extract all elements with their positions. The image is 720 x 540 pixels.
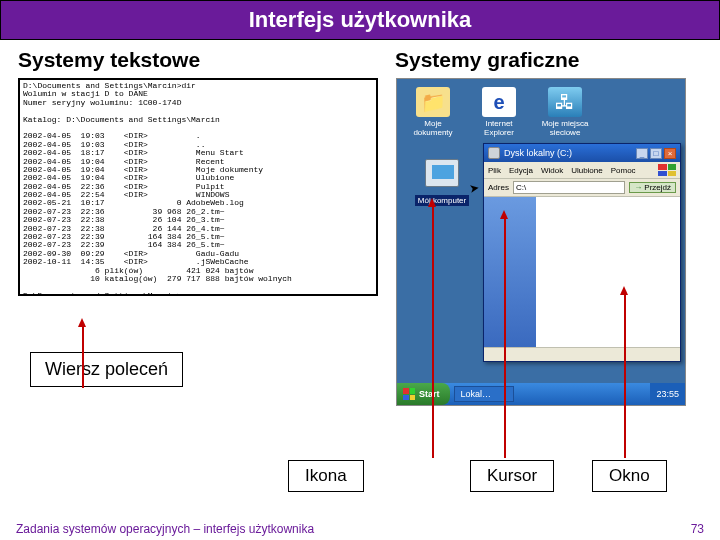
start-button[interactable]: Start <box>397 383 450 405</box>
column-heading-text: Systemy tekstowe <box>18 48 325 72</box>
desktop-icon-network[interactable]: 🖧 Moje miejsca sieciowe <box>537 87 593 137</box>
menu-item[interactable]: Widok <box>541 166 563 175</box>
slide-title: Interfejs użytkownika <box>0 0 720 40</box>
folder-icon: 📁 <box>416 87 450 117</box>
windows-flag-icon <box>658 164 676 176</box>
windows-flag-icon <box>403 388 415 400</box>
address-input[interactable] <box>513 181 625 194</box>
desktop-icon-documents[interactable]: 📁 Moje dokumenty <box>405 87 461 137</box>
minimize-button[interactable]: _ <box>636 148 648 159</box>
arrowhead-icon <box>428 198 436 207</box>
arrow-icon: → <box>634 183 642 192</box>
label-window: Okno <box>592 460 667 492</box>
address-bar: Adres →Przejdź <box>484 179 680 197</box>
icon-label: Internet Explorer <box>471 119 527 137</box>
callout-arrow <box>432 206 434 458</box>
go-button[interactable]: →Przejdź <box>629 182 676 193</box>
close-button[interactable]: × <box>664 148 676 159</box>
window-title-text: Dysk lokalny (C:) <box>504 148 572 158</box>
column-heading-graphic: Systemy graficzne <box>345 48 702 72</box>
network-icon: 🖧 <box>548 87 582 117</box>
page-number: 73 <box>691 522 704 536</box>
label-icon: Ikona <box>288 460 364 492</box>
arrowhead-icon <box>78 318 86 327</box>
window-statusbar <box>484 347 680 361</box>
icon-label: Moje miejsca sieciowe <box>537 119 593 137</box>
menu-item[interactable]: Pomoc <box>611 166 636 175</box>
console-output: D:\Documents and Settings\Marcin>dir Wol… <box>18 78 378 296</box>
explorer-side-panel <box>484 197 536 347</box>
label-cursor: Kursor <box>470 460 554 492</box>
footer-text: Zadania systemów operacyjnych – interfej… <box>16 522 314 536</box>
callout-arrow <box>624 294 626 458</box>
window-body <box>484 197 680 347</box>
label-command-line: Wiersz poleceń <box>30 352 183 387</box>
explorer-window[interactable]: Dysk lokalny (C:) _ □ × Plik Edycja Wido… <box>483 143 681 362</box>
callout-arrow <box>504 218 506 458</box>
icon-label-selected: Mój komputer <box>415 195 469 206</box>
menu-item[interactable]: Ulubione <box>571 166 603 175</box>
ie-icon: e <box>482 87 516 117</box>
taskbar[interactable]: Start Lokal… 23:55 <box>397 383 685 405</box>
arrowhead-icon <box>500 210 508 219</box>
windows-desktop: 📁 Moje dokumenty e Internet Explorer 🖧 M… <box>396 78 686 406</box>
callout-arrow <box>82 326 84 388</box>
start-label: Start <box>419 389 440 399</box>
window-menubar[interactable]: Plik Edycja Widok Ulubione Pomoc <box>484 162 680 179</box>
icon-label: Moje dokumenty <box>405 119 461 137</box>
arrowhead-icon <box>620 286 628 295</box>
maximize-button[interactable]: □ <box>650 148 662 159</box>
disk-icon <box>488 147 500 159</box>
window-titlebar[interactable]: Dysk lokalny (C:) _ □ × <box>484 144 680 162</box>
go-label: Przejdź <box>644 183 671 192</box>
address-label: Adres <box>488 183 509 192</box>
desktop-icon-ie[interactable]: e Internet Explorer <box>471 87 527 137</box>
menu-item[interactable]: Plik <box>488 166 501 175</box>
system-tray-clock: 23:55 <box>650 383 685 405</box>
file-area[interactable] <box>536 197 680 347</box>
computer-icon <box>425 159 459 187</box>
menu-item[interactable]: Edycja <box>509 166 533 175</box>
